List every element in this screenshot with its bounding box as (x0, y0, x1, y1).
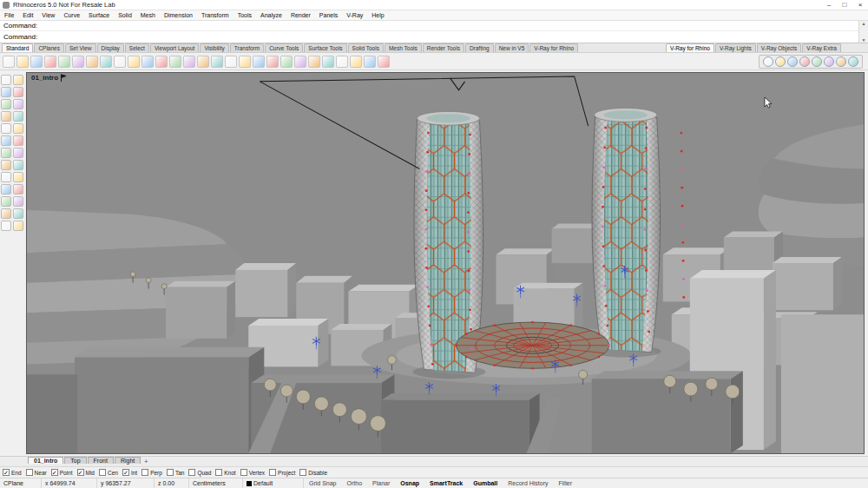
menu-file[interactable]: File (0, 10, 18, 21)
viewport-perspective[interactable]: 01_intro (26, 72, 865, 454)
select-objects-icon[interactable] (141, 56, 154, 68)
explode-icon[interactable] (1, 208, 11, 219)
copy-to-clipboard-icon[interactable] (72, 56, 84, 68)
tab-set-view[interactable]: Set View (65, 43, 96, 52)
split-icon[interactable] (1, 196, 11, 207)
vray-rectangle-light-icon[interactable] (799, 56, 810, 67)
undo-icon[interactable] (100, 56, 112, 68)
tab-viewport-layout[interactable]: Viewport Layout (150, 43, 200, 52)
zoom-window-icon[interactable] (211, 56, 223, 68)
status-record-history[interactable]: Record History (508, 480, 548, 486)
tab-transform[interactable]: Transform (230, 43, 264, 52)
trim-icon[interactable] (13, 184, 23, 195)
boolean-icon[interactable] (13, 172, 23, 182)
viewport-tab-front[interactable]: Front (88, 457, 114, 464)
polyline-icon[interactable] (13, 99, 23, 109)
menu-curve[interactable]: Curve (59, 10, 84, 21)
vray-tab-v-ray-extra[interactable]: V-Ray Extra (802, 43, 841, 52)
osnap-mid[interactable]: ✓Mid (77, 469, 95, 476)
osnap-checkbox-cen[interactable] (99, 469, 106, 476)
close-button[interactable]: × (852, 0, 868, 10)
osnap-checkbox-disable[interactable] (299, 469, 306, 476)
save-icon[interactable] (30, 56, 43, 68)
loft-icon[interactable] (13, 135, 23, 146)
viewport-title[interactable]: 01_intro (31, 74, 67, 82)
osnap-quad[interactable]: Quad (188, 469, 211, 476)
menu-v-ray[interactable]: V-Ray (342, 10, 367, 21)
distance-icon[interactable] (294, 56, 306, 68)
sweep-icon[interactable] (1, 148, 11, 158)
minimize-button[interactable]: – (821, 0, 837, 10)
tab-surface-tools[interactable]: Surface Tools (304, 43, 346, 52)
osnap-end[interactable]: ✓End (3, 469, 22, 476)
fillet-icon[interactable] (1, 184, 11, 195)
osnap-checkbox-tan[interactable] (167, 469, 174, 476)
transform-icon[interactable] (13, 208, 23, 219)
curve-tool-icon[interactable] (350, 56, 362, 68)
tab-new-in-v5[interactable]: New in V5 (495, 43, 529, 52)
osnap-checkbox-point[interactable]: ✓ (51, 469, 58, 476)
osnap-project[interactable]: Project (269, 469, 295, 476)
surface-icon[interactable] (1, 135, 11, 146)
select-pointer-icon[interactable] (1, 75, 11, 85)
tab-render-tools[interactable]: Render Tools (423, 43, 464, 52)
layer-indicator[interactable]: Default (243, 478, 304, 488)
osnap-int[interactable]: ✓Int (122, 469, 137, 476)
status-grid-snap[interactable]: Grid Snap (309, 480, 337, 486)
surface-tool-icon[interactable] (364, 56, 376, 68)
layer-manager-icon[interactable] (266, 56, 279, 68)
tab-visibility[interactable]: Visibility (200, 43, 228, 52)
cplane-button[interactable]: CPlane (0, 478, 42, 488)
arc-icon[interactable] (1, 123, 11, 134)
osnap-near[interactable]: Near (26, 469, 47, 476)
viewport-tab-top[interactable]: Top (64, 457, 86, 464)
join-icon[interactable] (13, 196, 23, 207)
menu-panels[interactable]: Panels (315, 10, 342, 21)
vray-tab-v-ray-objects[interactable]: V-Ray Objects (757, 43, 802, 52)
line-icon[interactable] (1, 99, 11, 109)
viewport-tab-01-intro[interactable]: 01_intro (28, 457, 63, 464)
status-smarttrack[interactable]: SmartTrack (430, 480, 463, 486)
tab-display[interactable]: Display (97, 43, 124, 52)
osnap-checkbox-knot[interactable] (215, 469, 222, 476)
zoom-extents-icon[interactable] (197, 56, 209, 68)
status-filter[interactable]: Filter (559, 480, 573, 486)
menu-transform[interactable]: Transform (197, 10, 233, 21)
vray-tab-v-ray-lights[interactable]: V-Ray Lights (715, 43, 756, 52)
tab-drafting[interactable]: Drafting (465, 43, 494, 52)
status-ortho[interactable]: Ortho (347, 480, 363, 486)
delete-icon[interactable] (128, 56, 140, 68)
vray-tab-v-ray-for-rhino[interactable]: V-Ray for Rhino (666, 43, 714, 52)
status-planar[interactable]: Planar (372, 480, 390, 486)
array-icon[interactable] (1, 221, 11, 231)
named-views-icon[interactable] (253, 56, 265, 68)
zoom-selected-icon[interactable] (225, 56, 237, 68)
point-icon[interactable] (1, 87, 11, 97)
vray-frame-buffer-icon[interactable] (848, 56, 858, 67)
scroll-down-icon[interactable]: ▼ (862, 37, 866, 43)
select-brush-icon[interactable] (13, 75, 23, 85)
vray-dome-light-icon[interactable] (824, 56, 834, 67)
tab-standard[interactable]: Standard (2, 43, 33, 52)
vray-options-icon[interactable] (775, 56, 786, 67)
tab-cplanes[interactable]: CPlanes (34, 43, 64, 52)
osnap-vertex[interactable]: Vertex (240, 469, 265, 476)
osnap-point[interactable]: ✓Point (51, 469, 73, 476)
osnap-disable[interactable]: Disable (299, 469, 327, 476)
osnap-checkbox-project[interactable] (269, 469, 276, 476)
tab-solid-tools[interactable]: Solid Tools (348, 43, 384, 52)
solid-box-icon[interactable] (13, 160, 23, 170)
osnap-checkbox-quad[interactable] (188, 469, 195, 476)
solid-sphere-icon[interactable] (1, 172, 11, 182)
menu-dimension[interactable]: Dimension (160, 10, 197, 21)
object-properties-icon[interactable] (280, 56, 293, 68)
status-gumball[interactable]: Gumball (473, 480, 497, 486)
move-icon[interactable] (155, 56, 168, 68)
vray-sphere-light-icon[interactable] (812, 56, 822, 67)
extrude-icon[interactable] (1, 160, 11, 170)
tab-curve-tools[interactable]: Curve Tools (265, 43, 303, 52)
osnap-cen[interactable]: Cen (99, 469, 118, 476)
circle-icon[interactable] (13, 111, 23, 122)
rotate-icon[interactable] (169, 56, 181, 68)
scale-icon[interactable] (183, 56, 195, 68)
